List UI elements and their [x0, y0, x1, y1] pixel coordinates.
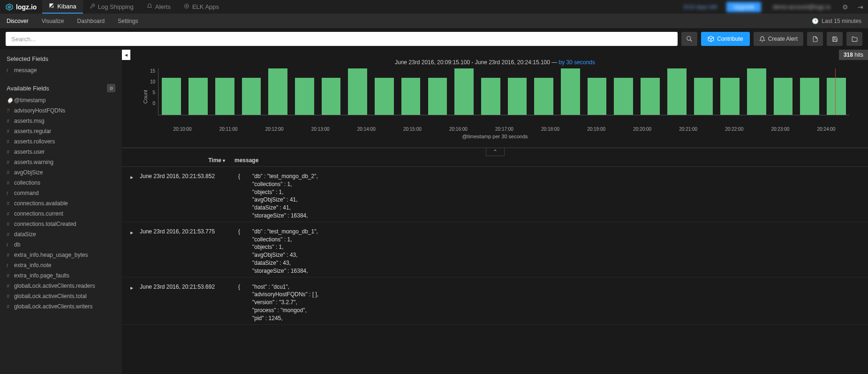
- logout-icon[interactable]: ⇥: [853, 3, 868, 11]
- histogram-bar[interactable]: [322, 78, 341, 115]
- field-command[interactable]: tcommand: [5, 188, 117, 198]
- search-input[interactable]: [6, 32, 678, 46]
- histogram-bar[interactable]: [268, 68, 287, 115]
- time-range-picker[interactable]: 🕑 Last 15 minutes: [812, 18, 868, 24]
- histogram-bar[interactable]: [667, 68, 687, 115]
- field-collections[interactable]: #collections: [5, 178, 117, 188]
- sub-nav: DiscoverVisualizeDashboardSettings 🕑 Las…: [0, 14, 868, 28]
- field-asserts-warning[interactable]: #asserts.warning: [5, 157, 117, 167]
- field-db[interactable]: tdb: [5, 239, 117, 250]
- field-globalLock-activeClients-writers[interactable]: #globalLock.activeClients.writers: [5, 301, 117, 312]
- histogram-bar[interactable]: [454, 68, 474, 115]
- top-nav-elk-apps[interactable]: ELK Apps: [177, 0, 226, 14]
- field-asserts-rollovers[interactable]: #asserts.rollovers: [5, 136, 117, 147]
- field-type-icon: t: [7, 190, 13, 196]
- histogram-bar[interactable]: [428, 78, 447, 115]
- sub-nav-settings[interactable]: Settings: [111, 14, 144, 28]
- field-connections-totalCreated[interactable]: #connections.totalCreated: [5, 219, 117, 229]
- log-row: ▸June 23rd 2016, 20:21:53.692{"host" : "…: [122, 277, 868, 325]
- x-axis-label: @timestamp per 30 seconds: [141, 132, 849, 144]
- top-nav-log-shipping[interactable]: Log Shipping: [83, 0, 140, 14]
- histogram-bar[interactable]: [588, 78, 607, 115]
- y-axis-label: Count: [141, 68, 150, 125]
- expand-row-button[interactable]: ▸: [130, 172, 140, 220]
- expand-row-button[interactable]: ▸: [130, 228, 140, 275]
- top-nav-alerts[interactable]: Alerts: [140, 0, 177, 14]
- histogram-bar[interactable]: [189, 78, 208, 115]
- settings-gear-icon[interactable]: ⚙: [838, 3, 853, 11]
- field-connections-available[interactable]: #connections.available: [5, 198, 117, 209]
- histogram-bar[interactable]: [348, 68, 367, 115]
- expand-row-button[interactable]: ▸: [130, 283, 140, 322]
- selected-fields-header: Selected Fields: [5, 52, 117, 65]
- histogram-bar[interactable]: [800, 78, 819, 115]
- field-type-icon: #: [7, 180, 13, 186]
- content-area: 318 hits June 23rd 2016, 20:09:15.100 - …: [122, 50, 868, 374]
- log-row: ▸June 23rd 2016, 20:21:53.775{"db" : "te…: [122, 222, 868, 277]
- interval-link[interactable]: by 30 seconds: [559, 59, 595, 66]
- chart-plot[interactable]: [158, 68, 849, 115]
- histogram-bar[interactable]: [295, 78, 314, 115]
- field-connections-current[interactable]: #connections.current: [5, 209, 117, 219]
- histogram-bar[interactable]: [694, 78, 713, 115]
- fields-settings-button[interactable]: ⚙: [107, 84, 115, 92]
- field--timestamp[interactable]: ⌚@timestamp: [5, 95, 117, 105]
- column-header-message[interactable]: message: [234, 157, 854, 164]
- contribute-button[interactable]: Contribute: [701, 32, 749, 46]
- histogram-chart: June 23rd 2016, 20:09:15.100 - June 23rd…: [122, 50, 868, 144]
- histogram-bar[interactable]: [401, 78, 421, 115]
- histogram-bar[interactable]: [827, 78, 846, 115]
- field-extra_info-note[interactable]: textra_info.note: [5, 260, 117, 270]
- save-search-button[interactable]: [827, 32, 843, 46]
- histogram-bar[interactable]: [162, 78, 181, 115]
- field-asserts-user[interactable]: #asserts.user: [5, 147, 117, 157]
- field-globalLock-activeClients-readers[interactable]: #globalLock.activeClients.readers: [5, 281, 117, 291]
- sidebar-collapse-button[interactable]: ◂: [122, 50, 130, 60]
- open-search-button[interactable]: [846, 32, 862, 46]
- histogram-bar[interactable]: [774, 78, 793, 115]
- histogram-bar[interactable]: [614, 78, 633, 115]
- histogram-bar[interactable]: [561, 68, 580, 115]
- histogram-bar[interactable]: [508, 78, 527, 115]
- histogram-bar[interactable]: [641, 78, 660, 115]
- field-type-icon: #: [7, 201, 13, 206]
- column-header-time[interactable]: Time▾: [136, 157, 234, 164]
- field-dataSize[interactable]: #dataSize: [5, 229, 117, 239]
- sub-nav-dashboard[interactable]: Dashboard: [71, 14, 112, 28]
- hits-badge: 318 hits: [839, 50, 868, 60]
- histogram-bar[interactable]: [481, 78, 500, 115]
- search-submit-button[interactable]: [681, 32, 697, 46]
- upgrade-button[interactable]: Upgrade: [726, 2, 761, 12]
- field-asserts-msg[interactable]: #asserts.msg: [5, 116, 117, 126]
- histogram-bar[interactable]: [375, 78, 394, 115]
- brand-logo[interactable]: logz.io: [0, 0, 42, 14]
- log-brace: {: [238, 172, 252, 220]
- histogram-bar[interactable]: [215, 78, 234, 115]
- save-icon: [832, 36, 838, 42]
- field-message[interactable]: tmessage: [5, 65, 117, 75]
- field-type-icon: #: [7, 273, 13, 278]
- top-nav: logz.io KibanaLog ShippingAlertsELK Apps…: [0, 0, 868, 14]
- field-globalLock-activeClients-total[interactable]: #globalLock.activeClients.total: [5, 291, 117, 301]
- field-extra_info-page_faults[interactable]: #extra_info.page_faults: [5, 270, 117, 281]
- histogram-bar[interactable]: [534, 78, 553, 115]
- field-avgObjSize[interactable]: #avgObjSize: [5, 167, 117, 178]
- search-row: Contribute Create Alert: [0, 28, 868, 50]
- histogram-bar[interactable]: [747, 68, 766, 115]
- create-alert-button[interactable]: Create Alert: [754, 32, 803, 46]
- sub-nav-visualize[interactable]: Visualize: [35, 14, 71, 28]
- top-nav-kibana[interactable]: Kibana: [42, 0, 83, 14]
- field-type-icon: #: [7, 283, 13, 289]
- field-asserts-regular[interactable]: #asserts.regular: [5, 126, 117, 136]
- sub-nav-discover[interactable]: Discover: [0, 14, 35, 28]
- log-brace: {: [238, 228, 252, 275]
- field-extra_info-heap_usage_bytes[interactable]: #extra_info.heap_usage_bytes: [5, 250, 117, 260]
- field-advisoryHostFQDNs[interactable]: ?advisoryHostFQDNs: [5, 105, 117, 116]
- histogram-bar[interactable]: [242, 78, 261, 115]
- new-search-button[interactable]: [807, 32, 823, 46]
- sort-desc-icon: ▾: [223, 158, 225, 163]
- field-type-icon: t: [7, 262, 13, 268]
- histogram-bar[interactable]: [720, 78, 740, 115]
- chart-divider: ⌃: [122, 148, 868, 149]
- collapse-chart-button[interactable]: ⌃: [486, 148, 505, 156]
